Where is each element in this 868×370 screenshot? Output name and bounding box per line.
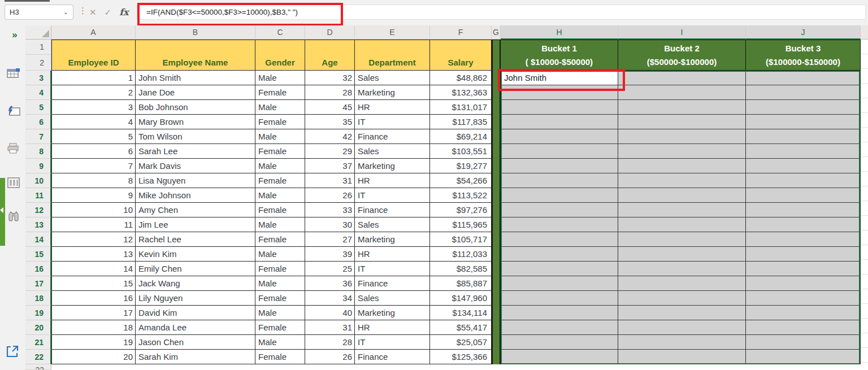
cell-B10[interactable]: Lisa Nguyen [136,173,255,188]
row-header-15[interactable]: 15 [25,247,51,262]
separator-column-g[interactable] [492,40,501,364]
cell-J20[interactable] [746,320,861,335]
header-cell-age[interactable]: Age [305,40,355,71]
cell-A19[interactable]: 17 [51,306,136,320]
name-box-dropdown-icon[interactable]: ⌄ [63,8,68,16]
row-header-8[interactable]: 8 [25,144,51,159]
cell-C14[interactable]: Female [255,232,305,247]
cell-E22[interactable]: Finance [355,350,430,364]
cell-J10[interactable] [746,173,861,188]
cell-D10[interactable]: 31 [305,173,355,188]
cell-H12[interactable] [501,203,618,217]
column-header-G[interactable]: G [492,25,501,40]
columns-icon[interactable] [6,176,21,189]
cell-A20[interactable]: 18 [51,320,136,335]
cell-H20[interactable] [501,320,618,335]
cell-D20[interactable]: 31 [305,320,355,335]
cell-F19[interactable]: $134,114 [430,306,492,320]
cell-A12[interactable]: 10 [51,203,136,217]
row-header-6[interactable]: 6 [25,115,51,129]
cell-C10[interactable]: Female [255,173,305,188]
column-header-E[interactable]: E [355,25,430,40]
cell-I6[interactable] [618,115,746,129]
cell-C8[interactable]: Female [255,144,305,159]
cell-F4[interactable]: $132,363 [430,85,492,100]
cell-F9[interactable]: $19,277 [430,159,492,173]
column-header-F[interactable]: F [430,25,492,40]
row-header-14[interactable]: 14 [25,232,51,247]
cell-E15[interactable]: HR [355,247,430,262]
cell-H6[interactable] [501,115,618,129]
row-header-12[interactable]: 12 [25,203,51,217]
cell-B4[interactable]: Jane Doe [136,85,255,100]
cell-E17[interactable]: Finance [355,276,430,291]
cell-A4[interactable]: 2 [51,85,136,100]
cell-J21[interactable] [746,335,861,350]
cell-F11[interactable]: $113,522 [430,188,492,203]
row-header-10[interactable]: 10 [25,173,51,188]
cell-J5[interactable] [746,100,861,115]
cell-D3[interactable]: 32 [305,71,355,85]
cell-C22[interactable]: Female [255,350,305,364]
cell-A22[interactable]: 20 [51,350,136,364]
column-header-C[interactable]: C [255,25,305,40]
cell-C5[interactable]: Male [255,100,305,115]
cell-A13[interactable]: 11 [51,217,136,232]
cell-B6[interactable]: Mary Brown [136,115,255,129]
cell-D9[interactable]: 37 [305,159,355,173]
cell-H5[interactable] [501,100,618,115]
cell-C13[interactable]: Male [255,217,305,232]
cell-D15[interactable]: 39 [305,247,355,262]
cell-D13[interactable]: 30 [305,217,355,232]
row-header-11[interactable]: 11 [25,188,51,203]
row-header-17[interactable]: 17 [25,276,51,291]
cell-A21[interactable]: 19 [51,335,136,350]
cell-D16[interactable]: 25 [305,262,355,276]
formula-input[interactable]: =IF(AND($F3<=50000,$F3>=10000),$B3," ") [137,5,866,20]
cell-B18[interactable]: Lily Nguyen [136,291,255,306]
cell-E20[interactable]: HR [355,320,430,335]
cell-C12[interactable]: Female [255,203,305,217]
cell-I5[interactable] [618,100,746,115]
row-header-2[interactable]: 2 [25,55,51,71]
column-header-H[interactable]: H [501,25,618,40]
cell-H4[interactable] [501,85,618,100]
cell-E8[interactable]: Sales [355,144,430,159]
cell-A8[interactable]: 6 [51,144,136,159]
cell-I20[interactable] [618,320,746,335]
row-header-4[interactable]: 4 [25,85,51,100]
cell-J3[interactable] [746,71,861,85]
row-header-20[interactable]: 20 [25,320,51,335]
cell-H10[interactable] [501,173,618,188]
cell-D12[interactable]: 33 [305,203,355,217]
cell-D11[interactable]: 26 [305,188,355,203]
cell-H19[interactable] [501,306,618,320]
cell-D4[interactable]: 28 [305,85,355,100]
header-cell-bucket-3[interactable]: Bucket 3 ($100000-$150000) [746,40,861,71]
cell-F14[interactable]: $105,717 [430,232,492,247]
sheet-icon[interactable] [6,66,21,80]
header-cell-salary[interactable]: Salary [430,40,492,71]
cell-A5[interactable]: 3 [51,100,136,115]
cell-F5[interactable]: $131,017 [430,100,492,115]
cell-H9[interactable] [501,159,618,173]
cell-B19[interactable]: David Kim [136,306,255,320]
cell-D22[interactable]: 26 [305,350,355,364]
cell-B13[interactable]: Jim Lee [136,217,255,232]
cell-J13[interactable] [746,217,861,232]
cell-B16[interactable]: Emily Chen [136,262,255,276]
cell-I17[interactable] [618,276,746,291]
row-header-18[interactable]: 18 [25,291,51,306]
cell-C16[interactable]: Female [255,262,305,276]
cell-F17[interactable]: $85,887 [430,276,492,291]
cell-E7[interactable]: Finance [355,129,430,144]
insert-function-icon[interactable]: fx [119,7,128,18]
cell-D8[interactable]: 29 [305,144,355,159]
row-header-21[interactable]: 21 [25,335,51,350]
cell-I11[interactable] [618,188,746,203]
cell-J6[interactable] [746,115,861,129]
row-header-19[interactable]: 19 [25,306,51,320]
cell-E9[interactable]: Marketing [355,159,430,173]
cell-D14[interactable]: 27 [305,232,355,247]
cell-E21[interactable]: IT [355,335,430,350]
